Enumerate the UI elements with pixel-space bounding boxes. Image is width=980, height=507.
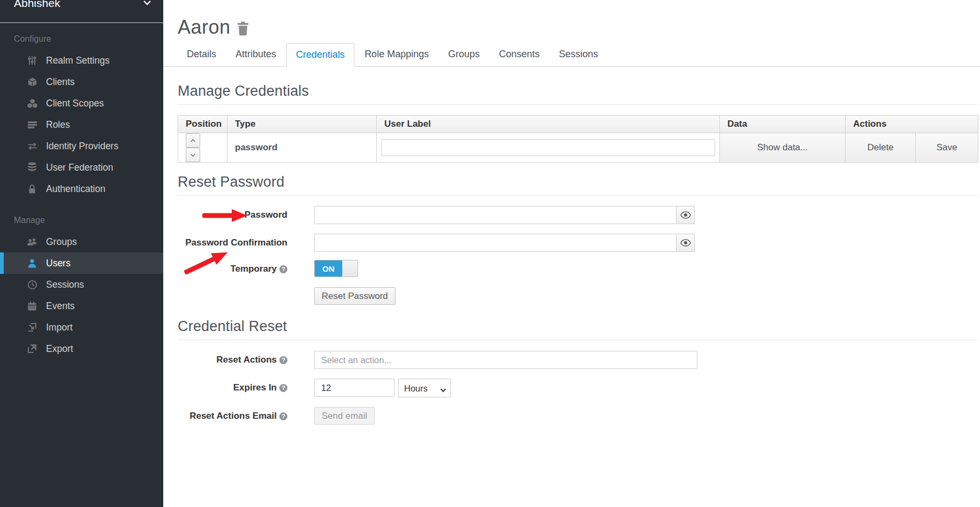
chevron-down-icon bbox=[190, 153, 196, 157]
database-icon bbox=[25, 162, 39, 173]
sidebar-item-label: Import bbox=[46, 322, 73, 333]
sidebar-item-authentication[interactable]: Authentication bbox=[0, 178, 163, 199]
sidebar-item-clients[interactable]: Clients bbox=[0, 71, 163, 93]
temporary-label: Temporary bbox=[230, 264, 277, 274]
move-down-button[interactable] bbox=[186, 148, 200, 162]
expires-in-row: Expires In? Hours bbox=[178, 379, 451, 397]
password-confirmation-row: Password Confirmation bbox=[178, 234, 695, 252]
col-user-label: User Label bbox=[377, 116, 720, 133]
cubes-icon bbox=[25, 97, 39, 109]
sidebar-item-label: Client Scopes bbox=[46, 98, 104, 109]
sidebar-item-import[interactable]: Import bbox=[0, 317, 163, 338]
sidebar-item-label: Groups bbox=[46, 236, 77, 248]
tab-consents[interactable]: Consents bbox=[490, 43, 549, 67]
expires-in-unit-select[interactable]: Hours bbox=[398, 379, 451, 397]
sidebar: Abhishek Configure Realm Settings Client… bbox=[0, 0, 163, 507]
sidebar-item-client-scopes[interactable]: Client Scopes bbox=[0, 93, 163, 114]
chevron-up-icon bbox=[190, 139, 196, 143]
help-icon[interactable]: ? bbox=[279, 384, 287, 392]
sidebar-item-label: Identity Providers bbox=[46, 141, 118, 152]
realm-name: Abhishek bbox=[14, 0, 60, 10]
tab-sessions[interactable]: Sessions bbox=[550, 43, 607, 67]
eye-icon bbox=[680, 239, 691, 247]
list-icon bbox=[25, 119, 39, 130]
toggle-on-label: ON bbox=[315, 260, 342, 276]
reset-password-button-row: Reset Password bbox=[178, 287, 396, 305]
send-email-button[interactable]: Send email bbox=[314, 407, 375, 425]
eye-icon bbox=[680, 211, 691, 219]
password-confirmation-input[interactable] bbox=[314, 234, 677, 252]
main-content: Aaron Details Attributes Credentials Rol… bbox=[163, 0, 980, 507]
reset-actions-row: Reset Actions? bbox=[178, 351, 697, 369]
reset-password-button[interactable]: Reset Password bbox=[314, 287, 396, 305]
sidebar-section-manage: Manage bbox=[0, 210, 163, 231]
sidebar-item-label: Roles bbox=[46, 119, 70, 130]
tab-credentials[interactable]: Credentials bbox=[286, 43, 354, 67]
manage-credentials-heading: Manage Credentials bbox=[178, 83, 978, 105]
sidebar-item-events[interactable]: Events bbox=[0, 295, 163, 317]
tab-role-mappings[interactable]: Role Mappings bbox=[355, 43, 438, 67]
sidebar-item-label: Authentication bbox=[46, 183, 105, 195]
sidebar-item-identity-providers[interactable]: Identity Providers bbox=[0, 135, 163, 157]
reset-actions-email-label: Reset Actions Email bbox=[189, 411, 277, 421]
realm-selector[interactable]: Abhishek bbox=[0, 0, 163, 23]
reset-actions-email-row: Reset Actions Email? Send email bbox=[178, 407, 375, 425]
move-up-button[interactable] bbox=[186, 133, 200, 148]
expires-in-input[interactable] bbox=[314, 379, 394, 397]
help-icon[interactable]: ? bbox=[279, 265, 287, 273]
import-icon bbox=[25, 321, 39, 333]
position-cell bbox=[178, 133, 227, 163]
col-position: Position bbox=[178, 116, 227, 133]
col-data: Data bbox=[720, 116, 846, 133]
tab-bar: Details Attributes Credentials Role Mapp… bbox=[163, 43, 980, 67]
trash-icon[interactable] bbox=[237, 21, 249, 37]
temporary-toggle[interactable]: ON bbox=[314, 260, 358, 277]
sidebar-item-label: Realm Settings bbox=[46, 55, 110, 66]
sidebar-item-users[interactable]: Users bbox=[0, 252, 163, 274]
user-icon bbox=[25, 257, 39, 269]
user-label-input[interactable] bbox=[381, 139, 715, 156]
calendar-icon bbox=[25, 300, 39, 312]
help-icon[interactable]: ? bbox=[279, 412, 287, 420]
password-input[interactable] bbox=[314, 206, 677, 224]
tab-attributes[interactable]: Attributes bbox=[226, 43, 285, 67]
help-icon[interactable]: ? bbox=[279, 356, 287, 364]
password-label: Password bbox=[178, 206, 287, 224]
show-data-button[interactable]: Show data... bbox=[720, 133, 846, 163]
tab-details[interactable]: Details bbox=[178, 43, 225, 67]
reset-actions-input[interactable] bbox=[314, 351, 697, 369]
lock-icon bbox=[25, 183, 39, 195]
table-row: password Show data... Delete Save bbox=[178, 133, 978, 163]
cube-icon bbox=[25, 76, 39, 88]
reset-actions-label: Reset Actions bbox=[216, 355, 277, 365]
sidebar-item-realm-settings[interactable]: Realm Settings bbox=[0, 50, 163, 71]
sidebar-section-configure: Configure bbox=[0, 28, 163, 50]
show-password-button[interactable] bbox=[677, 206, 695, 224]
exchange-arrows-icon bbox=[25, 140, 39, 152]
col-type: Type bbox=[227, 116, 377, 133]
sidebar-item-label: Users bbox=[46, 258, 71, 269]
sidebar-item-label: User Federation bbox=[46, 162, 113, 173]
sidebar-item-label: Sessions bbox=[46, 279, 84, 290]
sidebar-item-roles[interactable]: Roles bbox=[0, 114, 163, 135]
table-header-row: Position Type User Label Data Actions bbox=[178, 116, 978, 133]
credentials-table: Position Type User Label Data Actions pa… bbox=[178, 115, 978, 163]
show-password-confirmation-button[interactable] bbox=[677, 234, 695, 252]
sidebar-item-groups[interactable]: Groups bbox=[0, 231, 163, 252]
page-title: Aaron bbox=[178, 16, 231, 39]
user-label-cell bbox=[377, 133, 720, 163]
toggle-handle bbox=[342, 260, 358, 276]
sidebar-item-user-federation[interactable]: User Federation bbox=[0, 157, 163, 178]
clock-icon bbox=[25, 279, 39, 290]
reset-password-heading: Reset Password bbox=[178, 174, 978, 196]
sidebar-item-export[interactable]: Export bbox=[0, 338, 163, 359]
password-confirmation-label: Password Confirmation bbox=[178, 234, 287, 252]
delete-button[interactable]: Delete bbox=[846, 133, 916, 163]
tab-groups[interactable]: Groups bbox=[439, 43, 489, 67]
users-group-icon bbox=[25, 236, 39, 248]
save-button[interactable]: Save bbox=[916, 133, 978, 163]
password-row: Password bbox=[178, 206, 695, 224]
sidebar-item-label: Events bbox=[46, 301, 75, 312]
temporary-row: Temporary? ON bbox=[178, 260, 358, 278]
sidebar-item-sessions[interactable]: Sessions bbox=[0, 274, 163, 295]
